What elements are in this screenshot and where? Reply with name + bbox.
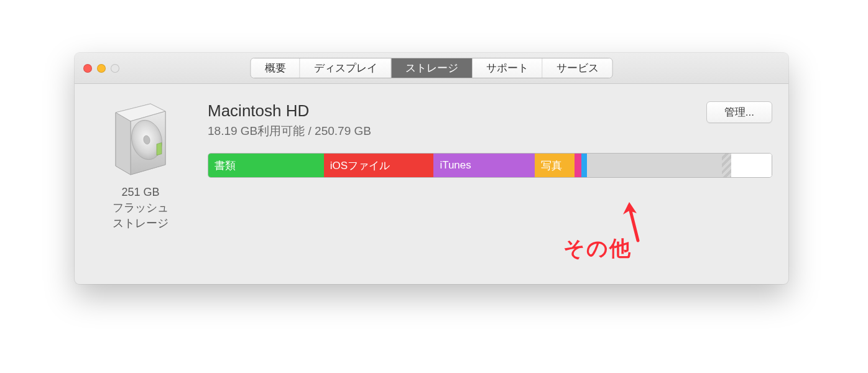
segment-free [731,154,772,177]
annotation-label: その他 [563,234,632,263]
segment-ios[interactable]: iOSファイル [324,154,434,177]
minimize-icon[interactable] [97,64,106,73]
drive-type-line1: フラッシュ [91,200,190,216]
window-controls [83,64,119,73]
tab-bar: 概要 ディスプレイ ストレージ サポート サービス [251,58,613,78]
tab-storage[interactable]: ストレージ [392,58,473,78]
tab-display[interactable]: ディスプレイ [300,58,392,78]
drive-type-line2: ストレージ [91,216,190,231]
segment-itunes[interactable]: iTunes [433,154,535,177]
drive-capacity: 251 GB [91,185,190,200]
storage-bar: 書類 iOSファイル iTunes 写真 [208,153,772,178]
about-this-mac-window: 概要 ディスプレイ ストレージ サポート サービス [75,53,788,284]
segment-purgeable[interactable] [722,154,731,177]
titlebar: 概要 ディスプレイ ストレージ サポート サービス [75,53,788,84]
tab-support[interactable]: サポート [473,58,543,78]
segment-documents[interactable]: 書類 [208,154,324,177]
storage-detail: Macintosh HD 18.19 GB利用可能 / 250.79 GB 管理… [208,101,772,232]
svg-rect-6 [157,142,162,155]
disk-name: Macintosh HD [208,101,371,121]
zoom-icon[interactable] [111,64,119,73]
segment-photos[interactable]: 写真 [535,154,574,177]
manage-button[interactable]: 管理... [706,101,772,123]
disk-usage-text: 18.19 GB利用可能 / 250.79 GB [208,123,371,139]
content-area: 251 GB フラッシュ ストレージ Macintosh HD 18.19 GB… [75,84,788,244]
segment-misc-blue[interactable] [581,154,587,177]
segment-other[interactable] [587,154,722,177]
tab-service[interactable]: サービス [543,58,612,78]
drive-icon [91,101,190,176]
segment-misc-pink[interactable] [575,154,581,177]
close-icon[interactable] [83,64,92,73]
tab-overview[interactable]: 概要 [251,58,300,78]
svg-marker-3 [116,113,131,175]
drive-summary: 251 GB フラッシュ ストレージ [91,101,190,232]
